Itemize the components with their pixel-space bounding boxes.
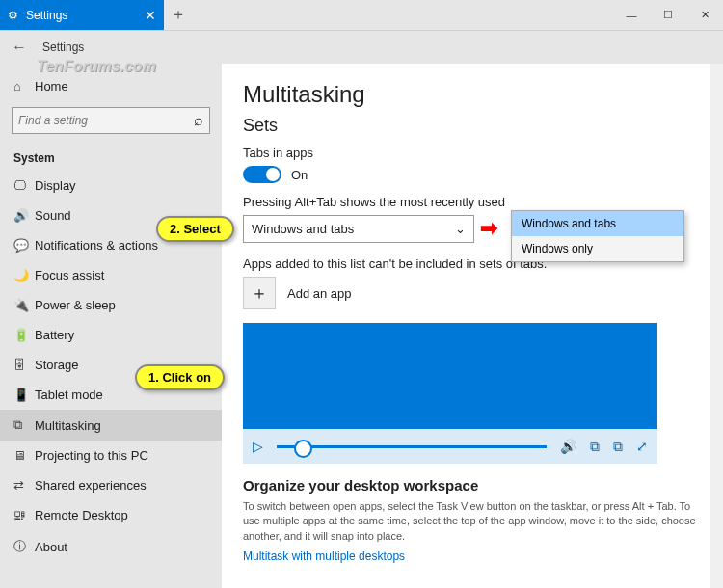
sidebar-item-home[interactable]: ⌂ Home (0, 71, 222, 101)
tabs-toggle[interactable]: On (243, 166, 702, 183)
dropdown-value: Windows and tabs (252, 222, 354, 236)
section-heading: Sets (243, 116, 702, 136)
sidebar-icon: 🗄 (13, 358, 35, 372)
sidebar: ⌂ Home ⌕ System 🖵Display🔊Sound💬Notificat… (0, 64, 222, 588)
callout-1: 1. Click on (135, 364, 225, 390)
tabs-in-apps-label: Tabs in apps (243, 146, 702, 160)
alttab-label: Pressing Alt+Tab shows the most recently… (243, 195, 702, 209)
new-tab-button[interactable]: ＋ (164, 0, 193, 30)
sidebar-icon: ⓘ (13, 538, 35, 555)
tab-title: Settings (26, 9, 67, 22)
cast-icon[interactable]: ⧉ (613, 439, 623, 455)
add-app-label: Add an app (287, 286, 352, 301)
organize-heading: Organize your desktop workspace (243, 477, 702, 494)
multitask-link[interactable]: Multitask with multiple desktops (243, 549, 702, 563)
titlebar: ⚙ Settings ✕ ＋ — ☐ ✕ (0, 0, 723, 31)
sidebar-label: Power & sleep (35, 298, 116, 312)
arrow-icon: ➡ (480, 216, 497, 241)
sidebar-item-projecting-to-this-pc[interactable]: 🖥Projecting to this PC (0, 441, 222, 470)
sidebar-label: Focus assist (35, 268, 104, 282)
sidebar-icon: 🔌 (13, 298, 35, 312)
sidebar-icon: 🔊 (13, 208, 35, 223)
sidebar-icon: ⧉ (13, 417, 35, 433)
popup-option-windows-tabs[interactable]: Windows and tabs (512, 211, 683, 236)
app-tab[interactable]: ⚙ Settings ✕ (0, 0, 164, 30)
sidebar-section: System (0, 144, 222, 171)
sidebar-label: Multitasking (35, 418, 101, 433)
callout-2: 2. Select (156, 216, 234, 242)
minimize-button[interactable]: — (613, 0, 650, 30)
popup-option-windows-only[interactable]: Windows only (512, 236, 683, 261)
sidebar-item-shared-experiences[interactable]: ⇄Shared experiences (0, 470, 222, 500)
home-icon: ⌂ (13, 79, 35, 94)
watermark: TenForums.com (37, 58, 156, 75)
sidebar-label: Tablet mode (35, 388, 103, 402)
scrollbar[interactable] (710, 64, 723, 588)
search-icon: ⌕ (194, 112, 203, 129)
sidebar-label: Battery (35, 328, 74, 342)
sidebar-icon: 🔋 (13, 328, 35, 342)
media-controls: ▷ 🔊 ⧉ ⧉ ⤢ (243, 429, 657, 464)
close-button[interactable]: ✕ (686, 0, 723, 30)
chevron-down-icon: ⌄ (455, 222, 466, 236)
sidebar-label: Sound (35, 208, 71, 223)
page-title: Multitasking (243, 81, 702, 108)
header-title: Settings (42, 40, 84, 54)
sidebar-item-about[interactable]: ⓘAbout (0, 530, 222, 563)
toggle-state: On (291, 168, 308, 182)
sidebar-icon: 💬 (13, 238, 35, 253)
progress-slider[interactable] (277, 445, 547, 448)
plus-icon: ＋ (251, 281, 268, 305)
sidebar-label: About (35, 540, 67, 554)
tab-close-icon[interactable]: ✕ (145, 8, 156, 23)
sidebar-item-power-sleep[interactable]: 🔌Power & sleep (0, 290, 222, 320)
sidebar-item-battery[interactable]: 🔋Battery (0, 320, 222, 350)
sidebar-label: Home (35, 79, 68, 94)
sidebar-label: Remote Desktop (35, 508, 128, 522)
search-box[interactable]: ⌕ (12, 107, 210, 134)
sidebar-icon: 🌙 (13, 268, 35, 282)
preview-panel (243, 323, 657, 429)
search-input[interactable] (18, 114, 194, 127)
dropdown-popup: Windows and tabs Windows only (511, 210, 684, 262)
sidebar-label: Projecting to this PC (35, 448, 148, 463)
sidebar-icon: ⇄ (13, 478, 35, 493)
add-app-row[interactable]: ＋ Add an app (243, 277, 702, 309)
fullscreen-icon[interactable]: ⤢ (636, 439, 648, 454)
sidebar-item-display[interactable]: 🖵Display (0, 171, 222, 200)
window-controls: — ☐ ✕ (613, 0, 723, 30)
sidebar-label: Shared experiences (35, 478, 147, 493)
sidebar-icon: 🖵 (13, 178, 35, 193)
sidebar-item-multitasking[interactable]: ⧉Multitasking (0, 410, 222, 441)
add-button[interactable]: ＋ (243, 277, 276, 309)
gear-icon: ⚙ (8, 9, 18, 22)
content-panel: Multitasking Sets Tabs in apps On Pressi… (222, 64, 723, 588)
organize-desc: To switch between open apps, select the … (243, 499, 702, 544)
sound-icon[interactable]: 🔊 (560, 439, 576, 454)
back-button[interactable]: ← (12, 39, 27, 56)
sidebar-label: Display (35, 178, 76, 193)
sidebar-label: Storage (35, 358, 79, 372)
sidebar-icon: 📱 (13, 388, 35, 402)
maximize-button[interactable]: ☐ (650, 0, 686, 30)
captions-icon[interactable]: ⧉ (590, 439, 600, 455)
sidebar-item-remote-desktop[interactable]: 🖳Remote Desktop (0, 500, 222, 530)
alttab-dropdown[interactable]: Windows and tabs ⌄ (243, 215, 474, 243)
sidebar-item-focus-assist[interactable]: 🌙Focus assist (0, 260, 222, 290)
sidebar-icon: 🖥 (13, 448, 35, 463)
sidebar-label: Notifications & actions (35, 238, 158, 253)
sidebar-icon: 🖳 (13, 508, 35, 522)
play-icon[interactable]: ▷ (253, 439, 263, 454)
toggle-switch-icon[interactable] (243, 166, 281, 183)
